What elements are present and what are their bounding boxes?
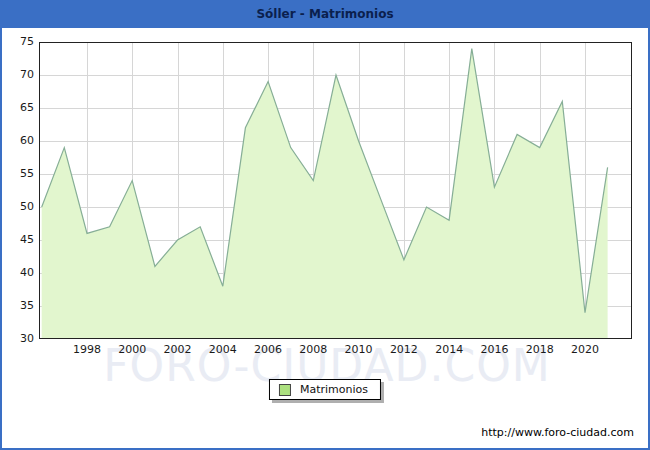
chart-window: Sóller - Matrimonios FORO-CIUDAD.COM 303… xyxy=(0,0,650,450)
footer-url: http://www.foro-ciudad.com xyxy=(481,426,634,439)
y-tick-label: 75 xyxy=(4,35,34,48)
y-tick-label: 30 xyxy=(4,332,34,345)
y-tick-label: 60 xyxy=(4,134,34,147)
y-tick-label: 70 xyxy=(4,68,34,81)
y-tick-label: 40 xyxy=(4,266,34,279)
x-tick-label: 2012 xyxy=(382,343,426,356)
x-tick-label: 2000 xyxy=(110,343,154,356)
x-tick-label: 2014 xyxy=(427,343,471,356)
x-tick-label: 1998 xyxy=(65,343,109,356)
x-tick-label: 2002 xyxy=(156,343,200,356)
y-tick-label: 35 xyxy=(4,299,34,312)
y-tick-label: 45 xyxy=(4,233,34,246)
legend-label: Matrimonios xyxy=(300,383,368,396)
y-tick-label: 55 xyxy=(4,167,34,180)
x-tick-label: 2010 xyxy=(337,343,381,356)
x-tick-label: 2016 xyxy=(472,343,516,356)
y-tick-label: 50 xyxy=(4,200,34,213)
legend-box: Matrimonios xyxy=(269,379,381,400)
x-tick-label: 2004 xyxy=(201,343,245,356)
x-tick-label: 2008 xyxy=(291,343,335,356)
y-tick-label: 65 xyxy=(4,101,34,114)
x-tick-label: 2006 xyxy=(246,343,290,356)
x-tick-label: 2018 xyxy=(518,343,562,356)
legend-swatch-icon xyxy=(279,384,291,396)
x-tick-label: 2020 xyxy=(563,343,607,356)
